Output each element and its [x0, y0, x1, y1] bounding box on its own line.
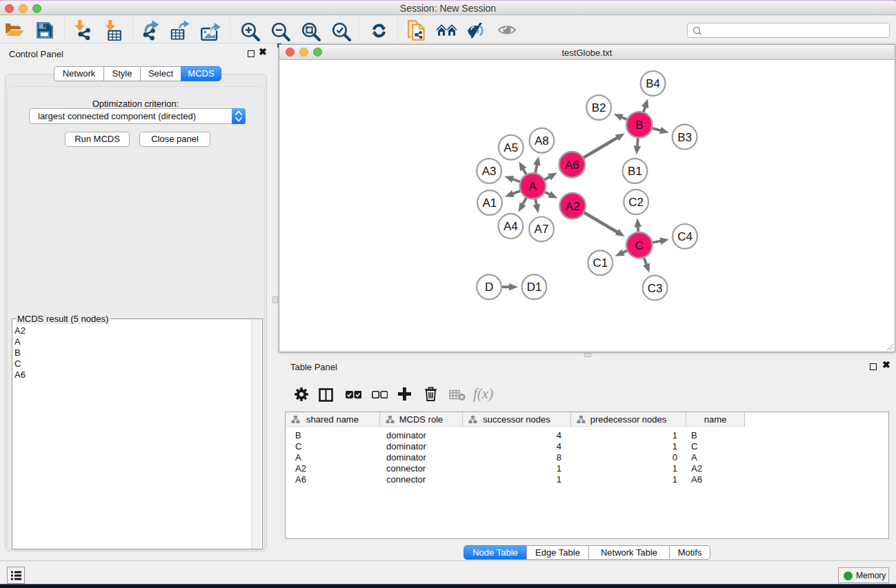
svg-text:A2: A2	[566, 200, 580, 213]
svg-text:C4: C4	[677, 230, 693, 243]
svg-text:A: A	[529, 180, 537, 193]
svg-text:B4: B4	[646, 77, 660, 90]
svg-text:C1: C1	[593, 256, 608, 270]
svg-text:D: D	[485, 281, 493, 294]
svg-text:C: C	[635, 239, 644, 252]
svg-text:B1: B1	[628, 165, 642, 178]
svg-text:C3: C3	[648, 282, 663, 295]
svg-text:A1: A1	[483, 196, 497, 210]
svg-text:A6: A6	[565, 159, 579, 172]
svg-text:A8: A8	[535, 134, 549, 148]
svg-text:A4: A4	[504, 220, 518, 233]
svg-text:A5: A5	[504, 141, 518, 154]
svg-text:B3: B3	[677, 131, 692, 144]
svg-text:B2: B2	[592, 101, 606, 114]
svg-text:B: B	[635, 119, 643, 132]
svg-text:D1: D1	[527, 281, 542, 294]
svg-text:C2: C2	[628, 196, 644, 209]
svg-text:A7: A7	[535, 223, 549, 236]
svg-text:A3: A3	[482, 165, 497, 178]
